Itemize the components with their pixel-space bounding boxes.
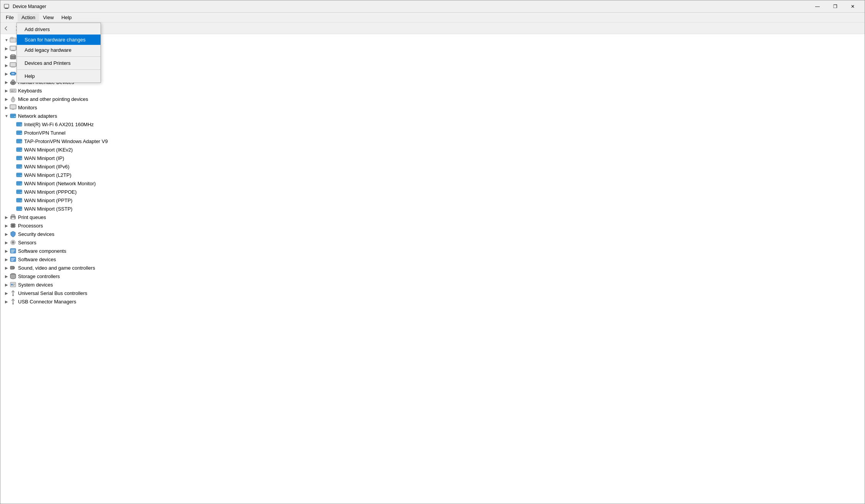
svg-rect-36 [15,116,15,117]
maximize-button[interactable]: ❐ [826,0,844,13]
network-card-icon [16,129,23,136]
menu-devices-printers[interactable]: Devices and Printers [17,58,101,68]
svg-rect-1 [5,8,8,9]
tree-item-proton-vpn[interactable]: ProtonVPN Tunnel [0,128,865,137]
menu-add-drivers[interactable]: Add drivers [17,24,101,35]
tree-item-software-devices[interactable]: ▶Software devices [0,255,865,264]
tree-item-sensors[interactable]: ▶Sensors [0,238,865,247]
tree-item-display-adapters[interactable]: ▶Display adapters [0,61,865,69]
tree-item-wan-l2tp[interactable]: WAN Miniport (L2TP) [0,171,865,179]
tree-item-sound[interactable]: ▶Sound, video and game controllers [0,264,865,272]
expand-arrow-wan-ikev2 [10,147,16,153]
tree-item-tap-proton[interactable]: TAP-ProtonVPN Windows Adapter V9 [0,137,865,145]
tree-item-monitors[interactable]: ▶Monitors [0,103,865,112]
expand-arrow-processors: ▶ [3,222,10,229]
tree-item-keyboards[interactable]: ▶Keyboards [0,86,865,95]
expand-arrow-software-components: ▶ [3,248,10,254]
tree-item-wan-ikev2[interactable]: WAN Miniport (IKEv2) [0,145,865,154]
network-card-icon [16,205,23,212]
svg-rect-69 [21,209,21,210]
back-button[interactable] [2,24,11,33]
svg-rect-51 [21,158,21,159]
network-card-icon [16,163,23,170]
tree-label-wan-ipv6: WAN Miniport (IPv6) [24,164,69,170]
tree-item-wan-netmon[interactable]: WAN Miniport (Network Monitor) [0,179,865,188]
tree-item-wan-ip[interactable]: WAN Miniport (IP) [0,154,865,162]
tree-label-processors: Processors [18,223,43,229]
title-bar-controls: — ❐ ✕ [809,0,862,13]
svg-rect-4 [11,37,13,39]
expand-arrow-wan-pppoe [10,189,16,195]
tree-item-wifi[interactable]: Intel(R) Wi-Fi 6 AX201 160MHz [0,120,865,128]
tree-item-wan-pppoe[interactable]: WAN Miniport (PPPOE) [0,188,865,196]
svg-rect-88 [11,259,14,260]
svg-rect-11 [14,57,15,58]
svg-rect-43 [16,139,22,143]
svg-rect-52 [16,165,22,168]
tree-item-usb-controllers[interactable]: ▶Universal Serial Bus controllers [0,289,865,297]
tree-label-wan-netmon: WAN Miniport (Network Monitor) [24,181,96,186]
svg-rect-0 [4,4,9,8]
firmware-icon [10,70,16,77]
expand-arrow-security-devices: ▶ [3,231,10,237]
svg-rect-40 [16,131,22,135]
svg-rect-22 [10,89,16,92]
tree-item-network-adapters[interactable]: ▼Network adapters [0,112,865,120]
security-icon [10,231,16,237]
menu-help-action[interactable]: Help [17,71,101,81]
title-bar-left: Device Manager [3,3,46,10]
tree-item-firmware[interactable]: ▶Firmware [0,69,865,78]
minimize-button[interactable]: — [809,0,826,13]
tree-item-processors[interactable]: ▶Processors [0,221,865,230]
tree-item-mice[interactable]: ▶Mice and other pointing devices [0,95,865,103]
svg-rect-49 [16,156,22,160]
tree-item-computer[interactable]: ▶Computer [0,44,865,53]
expand-arrow-print-queues: ▶ [3,214,10,220]
menu-add-legacy[interactable]: Add legacy hardware [17,45,101,55]
tree-label-network-adapters: Network adapters [18,113,57,119]
menu-scan-hardware[interactable]: Scan for hardware changes [17,35,101,45]
expand-arrow-wan-ipv6 [10,163,16,170]
network-card-icon [16,180,23,187]
tree-item-software-components[interactable]: ▶Software components [0,247,865,255]
svg-rect-25 [14,90,15,91]
expand-arrow-wan-netmon [10,180,16,186]
svg-rect-95 [13,285,14,286]
svg-rect-24 [12,90,13,91]
tree-item-hid[interactable]: ▶Human Interface Devices [0,78,865,86]
software-dev-icon [10,256,16,263]
close-button[interactable]: ✕ [844,0,862,13]
tree-item-security-devices[interactable]: ▶Security devices [0,230,865,238]
expand-arrow-system-devices: ▶ [3,282,10,288]
svg-rect-32 [10,105,16,109]
svg-rect-72 [12,217,15,219]
menu-file[interactable]: File [2,13,18,21]
window-title: Device Manager [13,4,46,9]
tree-item-print-queues[interactable]: ▶Print queues [0,213,865,221]
expand-arrow-wan-l2tp [10,172,16,178]
tree-item-storage[interactable]: ▶Storage controllers [0,272,865,280]
svg-point-81 [13,242,13,243]
tree-item-disk-drives[interactable]: ▶Disk drives [0,53,865,61]
svg-rect-5 [10,42,16,43]
menu-view[interactable]: View [39,13,58,21]
tree-label-wifi: Intel(R) Wi-Fi 6 AX201 160MHz [24,122,94,127]
svg-rect-18 [12,73,14,74]
svg-rect-39 [21,125,21,125]
svg-rect-87 [11,258,15,259]
menu-help[interactable]: Help [58,13,76,21]
menu-action[interactable]: Action [18,13,39,21]
main-content[interactable]: ▼ DESKTOP-USER ▶Computer▶Disk drives▶Dis… [0,34,865,504]
tree-item-wan-sstp[interactable]: WAN Miniport (SSTP) [0,204,865,213]
tree-label-print-queues: Print queues [18,214,46,220]
svg-rect-45 [21,142,21,142]
tree-item-wan-pptp[interactable]: WAN Miniport (PPTP) [0,196,865,204]
tree-item-system-devices[interactable]: ▶System devices [0,280,865,289]
tree-item-usb-connector[interactable]: ▶USB Connector Managers [0,297,865,306]
tree-label-keyboards: Keyboards [18,88,42,94]
tree-root[interactable]: ▼ DESKTOP-USER [0,36,865,44]
title-bar: Device Manager — ❐ ✕ [0,0,865,13]
expand-arrow-usb-connector: ▶ [3,298,10,305]
tree-item-wan-ipv6[interactable]: WAN Miniport (IPv6) [0,162,865,171]
expand-arrow-usb-controllers: ▶ [3,290,10,296]
